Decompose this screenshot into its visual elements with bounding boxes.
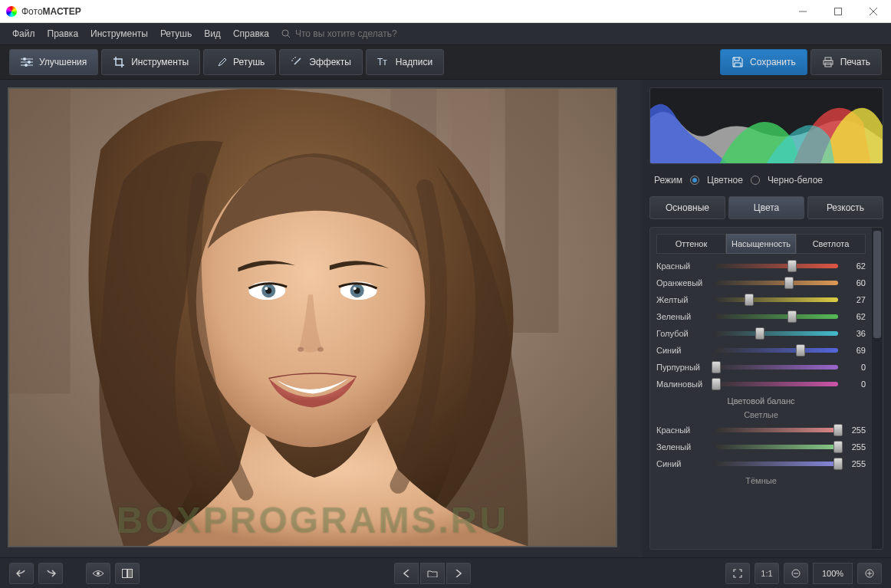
tool-tab-3[interactable]: Эффекты xyxy=(279,49,363,75)
menu-2[interactable]: Инструменты xyxy=(84,25,154,42)
sat-slider-value-5: 69 xyxy=(844,346,866,355)
search-container xyxy=(281,28,433,39)
compare-button[interactable] xyxy=(115,563,140,584)
sat-slider-handle-4[interactable] xyxy=(755,327,764,340)
tool-tab-1[interactable]: Инструменты xyxy=(101,49,200,75)
bal-slider-label-0: Красный xyxy=(656,425,710,435)
crop-icon xyxy=(113,56,125,68)
preview-toggle-button[interactable] xyxy=(86,563,110,584)
save-button[interactable]: Сохранить xyxy=(720,49,807,75)
sat-slider-handle-6[interactable] xyxy=(712,361,721,373)
fit-screen-button[interactable] xyxy=(725,563,750,584)
side-tab1-2[interactable]: Резкость xyxy=(807,196,883,219)
sat-slider-label-2: Желтый xyxy=(656,295,710,304)
sat-slider-track-1[interactable] xyxy=(716,281,838,285)
bal-slider-row-0: Красный255 xyxy=(656,425,866,435)
bal-slider-track-1[interactable] xyxy=(716,445,838,449)
sat-slider-handle-5[interactable] xyxy=(796,344,805,356)
radio-color-label[interactable]: Цветное xyxy=(707,175,743,186)
svg-rect-20 xyxy=(505,89,559,333)
svg-point-7 xyxy=(23,57,26,61)
app-logo-icon xyxy=(6,6,17,17)
side-tab1-1[interactable]: Цвета xyxy=(728,196,804,219)
sat-slider-row-4: Голубой36 xyxy=(656,329,866,338)
zoom-value: 100% xyxy=(813,563,853,584)
sat-slider-handle-1[interactable] xyxy=(784,277,794,289)
sat-slider-handle-2[interactable] xyxy=(745,294,754,306)
panel-scrollbar[interactable] xyxy=(872,228,883,549)
svg-rect-34 xyxy=(123,569,127,577)
radio-bw-label[interactable]: Черно-белое xyxy=(768,175,823,186)
brush-icon xyxy=(215,56,227,68)
menu-5[interactable]: Справка xyxy=(227,25,275,42)
tool-tab-4[interactable]: TтНадписи xyxy=(366,49,444,75)
side-tab2-0[interactable]: Оттенок xyxy=(656,234,726,254)
minimize-button[interactable] xyxy=(785,0,820,23)
bal-slider-handle-2[interactable] xyxy=(833,458,843,470)
maximize-button[interactable] xyxy=(820,0,856,23)
save-icon xyxy=(732,56,744,68)
balance-light-label: Светлые xyxy=(656,410,866,419)
zoom-11-button[interactable]: 1:1 xyxy=(755,563,779,584)
sat-slider-row-2: Желтый27 xyxy=(656,295,866,304)
sat-slider-label-1: Оранжевый xyxy=(656,278,710,287)
print-button[interactable]: Печать xyxy=(810,49,882,75)
close-button[interactable] xyxy=(856,0,891,23)
histogram[interactable] xyxy=(649,87,883,164)
radio-bw[interactable] xyxy=(751,176,760,185)
sat-slider-value-6: 0 xyxy=(844,363,866,372)
tool-tab-0[interactable]: Улучшения xyxy=(9,49,98,75)
zoom-out-button[interactable] xyxy=(784,563,808,584)
sat-slider-value-1: 60 xyxy=(844,278,866,287)
sat-slider-track-4[interactable] xyxy=(716,331,838,336)
redo-button[interactable] xyxy=(38,563,63,584)
window-controls xyxy=(785,0,891,23)
sat-slider-track-6[interactable] xyxy=(716,365,838,370)
bal-slider-handle-0[interactable] xyxy=(833,424,843,436)
bal-slider-track-0[interactable] xyxy=(716,428,838,432)
next-file-button[interactable] xyxy=(446,563,471,584)
svg-rect-21 xyxy=(9,89,71,393)
sat-slider-track-0[interactable] xyxy=(716,264,838,268)
sat-slider-handle-7[interactable] xyxy=(712,378,721,390)
bal-slider-handle-1[interactable] xyxy=(833,441,843,453)
scrollbar-thumb[interactable] xyxy=(873,231,881,338)
window-titlebar: ФотоМАСТЕР xyxy=(0,0,891,23)
svg-rect-35 xyxy=(128,569,133,577)
sat-slider-track-2[interactable] xyxy=(716,297,838,302)
bal-slider-label-2: Синий xyxy=(656,459,710,468)
title-bold: МАСТЕР xyxy=(43,6,81,17)
sat-slider-track-3[interactable] xyxy=(716,314,838,319)
undo-button[interactable] xyxy=(9,563,34,584)
side-tab1-0[interactable]: Основные xyxy=(649,196,725,219)
bal-slider-row-2: Синий255 xyxy=(656,459,866,468)
side-tab2-2[interactable]: Светлота xyxy=(796,234,866,254)
tool-tab-2[interactable]: Ретушь xyxy=(203,49,276,75)
menu-3[interactable]: Ретушь xyxy=(154,25,198,42)
menu-0[interactable]: Файл xyxy=(6,25,41,42)
open-file-button[interactable] xyxy=(420,563,445,584)
sat-slider-track-7[interactable] xyxy=(716,382,838,386)
bal-slider-track-2[interactable] xyxy=(716,462,838,466)
sat-slider-track-5[interactable] xyxy=(716,348,838,353)
sat-slider-label-3: Зеленый xyxy=(656,312,710,321)
print-label: Печать xyxy=(840,57,870,67)
sat-slider-handle-3[interactable] xyxy=(787,310,797,323)
sat-slider-row-5: Синий69 xyxy=(656,346,866,355)
sat-slider-label-5: Синий xyxy=(656,346,710,355)
search-input[interactable] xyxy=(295,28,433,39)
sat-slider-handle-0[interactable] xyxy=(787,260,797,272)
side-tab2-1[interactable]: Насыщенность xyxy=(726,234,796,254)
prev-file-button[interactable] xyxy=(394,563,419,584)
bal-slider-value-1: 255 xyxy=(844,442,866,452)
radio-color[interactable] xyxy=(690,176,699,185)
photo-preview[interactable]: BOXPROGRAMS.RU xyxy=(8,87,617,547)
menu-1[interactable]: Правка xyxy=(41,25,85,42)
zoom-in-button[interactable] xyxy=(857,563,882,584)
title-light: Фото xyxy=(21,6,43,17)
sat-slider-row-0: Красный62 xyxy=(656,261,866,271)
sat-slider-row-7: Малиновый0 xyxy=(656,379,866,389)
menu-4[interactable]: Вид xyxy=(198,25,227,42)
mode-row: Режим Цветное Черно-белое xyxy=(649,172,883,189)
right-sidebar: Режим Цветное Черно-белое ОсновныеЦветаР… xyxy=(642,80,891,557)
